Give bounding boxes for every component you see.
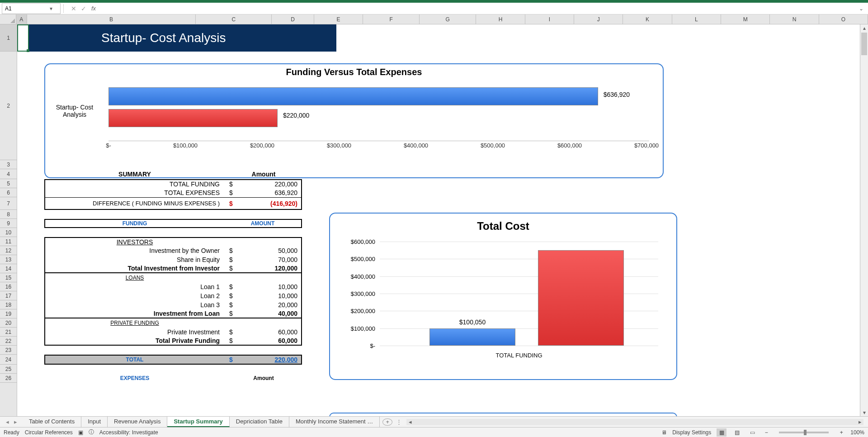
col-header-C[interactable]: C — [196, 14, 272, 24]
row-header-24[interactable]: 24 — [0, 355, 17, 365]
col-header-L[interactable]: L — [672, 14, 721, 24]
col-header-A[interactable]: A — [16, 14, 27, 24]
table-row: Investment from Loan$40,000 — [44, 309, 302, 318]
scroll-down-icon[interactable]: ▾ — [860, 409, 868, 416]
scroll-up-icon[interactable]: ▴ — [860, 24, 868, 32]
sheet-tabs-bar: ◂ ▸ Table of ContentsInputRevenue Analys… — [0, 416, 868, 427]
sheet-tab[interactable]: Input — [81, 417, 108, 427]
zoom-in-button[interactable]: + — [838, 429, 845, 436]
chart-funding-vs-expenses[interactable]: Funding Versus Total Expenses Startup- C… — [44, 63, 664, 178]
hscroll-left-icon[interactable]: ◂ — [406, 418, 414, 425]
cancel-icon[interactable]: ✕ — [69, 4, 79, 14]
status-accessibility[interactable]: Accessibility: Investigate — [99, 429, 158, 436]
name-box-dropdown-icon[interactable]: ▾ — [47, 5, 55, 12]
tab-nav: ◂ ▸ — [0, 418, 23, 425]
col-header-J[interactable]: J — [574, 14, 623, 24]
row-header-8[interactable]: 8 — [0, 210, 17, 219]
chart2-ytick: $200,000 — [339, 308, 375, 314]
chart-total-cost[interactable]: Total Cost $-$100,000$200,000$300,000$40… — [329, 213, 677, 380]
col-header-B[interactable]: B — [27, 14, 196, 24]
zoom-thumb[interactable] — [804, 430, 807, 435]
display-settings-label[interactable]: Display Settings — [672, 429, 711, 436]
row-header-26[interactable]: 26 — [0, 374, 17, 383]
chart1-tick: $300,000 — [327, 142, 351, 149]
display-settings-icon[interactable]: 🖥 — [661, 429, 667, 436]
record-macro-icon[interactable]: ▣ — [78, 429, 83, 436]
col-header-N[interactable]: N — [770, 14, 819, 24]
col-header-D[interactable]: D — [272, 14, 314, 24]
row-header-12[interactable]: 12 — [0, 246, 17, 255]
formula-expand-icon[interactable]: ⌄ — [857, 5, 865, 12]
formula-input[interactable] — [96, 4, 857, 14]
horizontal-scrollbar[interactable]: ◂ ▸ — [406, 419, 863, 425]
tab-next-icon[interactable]: ▸ — [12, 418, 19, 425]
col-header-O[interactable]: O — [819, 14, 868, 24]
row-header-11[interactable]: 11 — [0, 237, 17, 246]
select-all-triangle[interactable] — [0, 14, 16, 24]
zoom-level[interactable]: 100% — [850, 429, 864, 436]
chart1-tick: $400,000 — [404, 142, 428, 149]
sheet-tab[interactable]: Revenue Analysis — [108, 417, 167, 427]
title-banner: Startup- Cost Analysis — [29, 24, 336, 52]
chart1-category-label: Startup- Cost Analysis — [50, 104, 99, 118]
view-page-break-icon[interactable]: ▭ — [747, 428, 757, 437]
tab-prev-icon[interactable]: ◂ — [4, 418, 11, 425]
tab-drag-icon[interactable]: ⋮ — [396, 418, 402, 425]
vscroll-thumb[interactable] — [861, 33, 867, 55]
chart1-tick: $- — [106, 142, 111, 149]
column-headers: ABCDEFGHIJKLMNO — [0, 14, 868, 24]
col-header-H[interactable]: H — [476, 14, 525, 24]
fx-icon[interactable]: fx — [91, 5, 96, 12]
row-header-25[interactable]: 25 — [0, 365, 17, 374]
row-header-6[interactable]: 6 — [0, 188, 17, 197]
accessibility-icon[interactable]: ⓘ — [89, 428, 94, 436]
col-header-G[interactable]: G — [420, 14, 476, 24]
table-row: TOTAL FUNDING$220,000 — [44, 179, 302, 188]
col-header-E[interactable]: E — [314, 14, 363, 24]
row-header-2[interactable]: 2 — [0, 52, 17, 160]
row-header-5[interactable]: 5 — [0, 179, 17, 188]
row-header-16[interactable]: 16 — [0, 282, 17, 291]
row-header-23[interactable]: 23 — [0, 346, 17, 355]
zoom-slider[interactable] — [779, 432, 829, 433]
confirm-icon[interactable]: ✓ — [79, 4, 89, 14]
zoom-out-button[interactable]: − — [763, 429, 770, 436]
vertical-scrollbar[interactable]: ▴ ▾ — [860, 24, 868, 416]
row-header-10[interactable]: 10 — [0, 228, 17, 237]
hscroll-right-icon[interactable]: ▸ — [856, 418, 863, 425]
sheet-tab[interactable]: Startup Summary — [167, 417, 229, 427]
row-header-3[interactable]: 3 — [0, 160, 17, 169]
add-sheet-button[interactable]: + — [382, 418, 392, 426]
row-header-14[interactable]: 14 — [0, 264, 17, 273]
row-header-15[interactable]: 15 — [0, 273, 17, 282]
sheet-tab[interactable]: Monthly Income Statement … — [289, 417, 380, 427]
row-header-7[interactable]: 7 — [0, 197, 17, 210]
col-header-F[interactable]: F — [363, 14, 420, 24]
table-row: Investment by the Owner$50,000 — [44, 246, 302, 255]
sheet-tab[interactable]: Depriciation Table — [230, 417, 289, 427]
name-box-input[interactable] — [2, 5, 47, 13]
row-header-18[interactable]: 18 — [0, 300, 17, 309]
row-header-4[interactable]: 4 — [0, 169, 17, 179]
row-header-21[interactable]: 21 — [0, 328, 17, 337]
row-header-20[interactable]: 20 — [0, 318, 17, 328]
col-header-K[interactable]: K — [623, 14, 672, 24]
col-header-M[interactable]: M — [721, 14, 770, 24]
view-normal-icon[interactable]: ▦ — [717, 428, 726, 437]
table-row: Share in Equity$70,000 — [44, 255, 302, 264]
table-row: FUNDINGAMOUNT — [44, 219, 302, 228]
row-header-1[interactable]: 1 — [0, 24, 17, 52]
table-row: DIFFERENCE ( FUNDING MINUS EXPENSES )$(4… — [44, 197, 302, 210]
view-page-layout-icon[interactable]: ▤ — [732, 428, 742, 437]
hscroll-track[interactable] — [414, 419, 856, 425]
row-header-17[interactable]: 17 — [0, 291, 17, 300]
col-header-I[interactable]: I — [525, 14, 574, 24]
row-header-13[interactable]: 13 — [0, 255, 17, 264]
row-header-19[interactable]: 19 — [0, 309, 17, 318]
worksheet-canvas[interactable]: Startup- Cost Analysis Funding Versus To… — [17, 24, 868, 418]
grid-area: 1234567891011121314151617181920212223242… — [0, 24, 868, 418]
row-header-22[interactable]: 22 — [0, 337, 17, 346]
name-box[interactable]: ▾ — [2, 3, 61, 14]
sheet-tab[interactable]: Table of Contents — [23, 417, 81, 427]
row-header-9[interactable]: 9 — [0, 219, 17, 228]
